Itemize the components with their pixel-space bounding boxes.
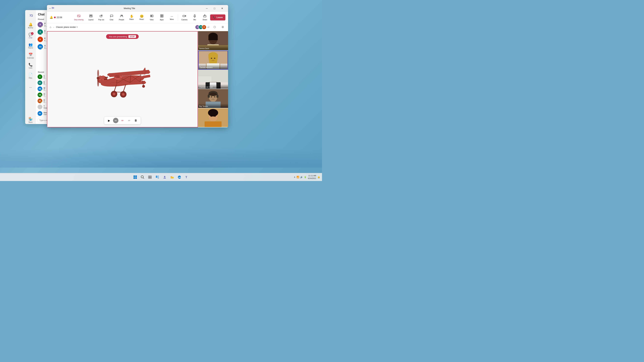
files-label: Files — [29, 77, 32, 79]
system-tray: ∧ 📶 🔊 🔋 — [294, 176, 306, 178]
svg-rect-87 — [198, 76, 212, 82]
sidebar-item-activity[interactable]: 🔔 Activity — [26, 21, 34, 30]
svg-line-110 — [143, 178, 144, 179]
svg-text:T: T — [52, 7, 53, 9]
camera-button[interactable]: Camera — [180, 13, 190, 22]
chat-button[interactable]: Chat — [107, 13, 116, 22]
breadcrumb-title[interactable]: Classic plane render ▾ — [56, 26, 78, 28]
avatar: MB — [38, 86, 42, 91]
svg-point-74 — [211, 58, 212, 59]
stop-sharing-button[interactable]: Stop sharing — [72, 13, 86, 22]
breadcrumb-separator: › — [53, 26, 54, 28]
participant-bg-ray: Ray Tanaka — [198, 89, 228, 108]
svg-rect-114 — [150, 177, 152, 178]
more-label: More — [170, 18, 174, 20]
pen-tool-white[interactable]: ✏ — [113, 118, 118, 123]
settings-button[interactable]: ⚙ — [220, 24, 226, 30]
svg-point-101 — [210, 116, 212, 117]
teams-label: Teams — [28, 47, 33, 49]
pen-tool-gray[interactable]: ✏ — [126, 118, 132, 123]
svg-text:T: T — [30, 14, 31, 17]
sidebar-item-store[interactable]: 🏪 Store — [26, 116, 34, 124]
store-icon: 🏪 — [28, 117, 33, 121]
svg-point-100 — [208, 109, 218, 116]
task-view-button[interactable] — [146, 174, 153, 180]
teams-meeting-button[interactable] — [161, 174, 168, 180]
file-explorer-button[interactable] — [169, 174, 176, 180]
layout-button[interactable]: Layout — [86, 13, 96, 22]
sidebar-item-calls[interactable]: 📞 Calls — [26, 61, 34, 70]
view-label: View — [150, 19, 154, 21]
sidebar-item-calendar[interactable]: 📅 Calendar — [26, 51, 34, 60]
taskbar-center: T — [132, 174, 190, 180]
timer-area: 🔔 22:06 — [50, 16, 62, 19]
more-button[interactable]: ··· More — [167, 13, 176, 22]
start-button[interactable] — [132, 174, 138, 180]
pen-tool-red[interactable]: ✏ — [120, 118, 125, 123]
layout-label: Layout — [88, 19, 94, 21]
close-button[interactable]: ✕ — [218, 6, 226, 11]
view-button[interactable]: View — [147, 13, 156, 22]
svg-rect-104 — [204, 121, 222, 127]
edge-browser-button[interactable] — [176, 174, 183, 180]
sidebar-item-more[interactable]: ··· — [26, 82, 34, 92]
svg-point-12 — [121, 15, 122, 16]
teams-app-button[interactable]: T — [184, 174, 190, 180]
view-icon — [150, 14, 154, 18]
participant-card-daniela: Daniela Mandera — [198, 50, 228, 70]
window-controls: ─ □ ✕ — [203, 6, 226, 11]
react-icon: 😊 — [140, 14, 144, 18]
widgets-button[interactable] — [154, 174, 161, 180]
home-button[interactable]: ⌂ — [50, 26, 51, 29]
taskbar-clock[interactable]: 11:11 AM 6/24/2021 — [308, 174, 316, 180]
sidebar-item-files[interactable]: 📄 Files — [26, 71, 34, 80]
avatar: K — [38, 37, 43, 42]
maximize-button[interactable]: □ — [211, 6, 218, 11]
popout-button[interactable]: Pop out — [96, 13, 106, 22]
avatar: D — [202, 25, 206, 29]
sidebar-item-teams[interactable]: 👥 Teams — [26, 41, 34, 50]
window-more-button[interactable]: ··· — [49, 7, 51, 10]
presenting-text: You are presenting — [109, 35, 127, 38]
participants-sidebar: Serena Davis — [198, 31, 228, 127]
status-dot — [41, 90, 42, 91]
stop-sharing-icon — [77, 14, 80, 18]
mic-button[interactable]: Mic — [190, 13, 200, 22]
avatar: AB — [38, 44, 43, 49]
avatar: DF — [38, 98, 42, 103]
delete-button[interactable]: 🗑 — [133, 118, 138, 123]
svg-line-6 — [78, 15, 80, 16]
presenting-banner: You are presenting STOP — [106, 34, 139, 39]
notifications-button[interactable]: 🔔 — [318, 176, 320, 178]
apps-button[interactable]: Apps — [157, 13, 166, 22]
extra-participants: +2 — [207, 26, 209, 28]
svg-point-44 — [97, 70, 99, 77]
breadcrumb-title-text: Classic plane render — [56, 26, 76, 28]
stop-button[interactable]: STOP — [128, 35, 136, 38]
participant-bg-fifth — [198, 108, 228, 127]
svg-point-75 — [214, 58, 215, 59]
play-button[interactable]: ▶ — [106, 118, 112, 123]
expand-tray-icon[interactable]: ∧ — [294, 176, 296, 178]
share-button[interactable]: Share — [200, 13, 210, 22]
react-button[interactable]: 😊 React — [137, 13, 146, 22]
search-button[interactable] — [139, 174, 146, 180]
sidebar-item-chat[interactable]: 💬 Chat 1 — [26, 31, 34, 40]
chat-toolbar-label: Chat — [110, 19, 113, 21]
people-button[interactable]: People — [117, 13, 126, 22]
expand-button[interactable]: ⬡ — [212, 24, 217, 30]
participant-card-charlotte: Charlotte de Crum — [198, 70, 228, 89]
svg-rect-20 — [162, 16, 163, 17]
leave-button[interactable]: 📞 Leave — [210, 14, 226, 20]
minimize-button[interactable]: ─ — [203, 6, 211, 11]
svg-rect-18 — [162, 14, 163, 16]
raise-button[interactable]: ✋ Raise — [127, 13, 136, 22]
svg-rect-111 — [148, 176, 150, 177]
calls-icon: 📞 — [28, 63, 33, 67]
apps-label: Apps — [160, 19, 164, 21]
breadcrumb-bar: ⌂ › Classic plane render ▾ S C D +2 ⬡ ⚙ — [47, 23, 228, 31]
title-bar: ··· T Meeting Title ─ □ ✕ — [47, 5, 228, 12]
avatar: C — [38, 74, 42, 79]
status-dot — [42, 48, 43, 49]
presentation-area: You are presenting STOP — [47, 31, 198, 127]
